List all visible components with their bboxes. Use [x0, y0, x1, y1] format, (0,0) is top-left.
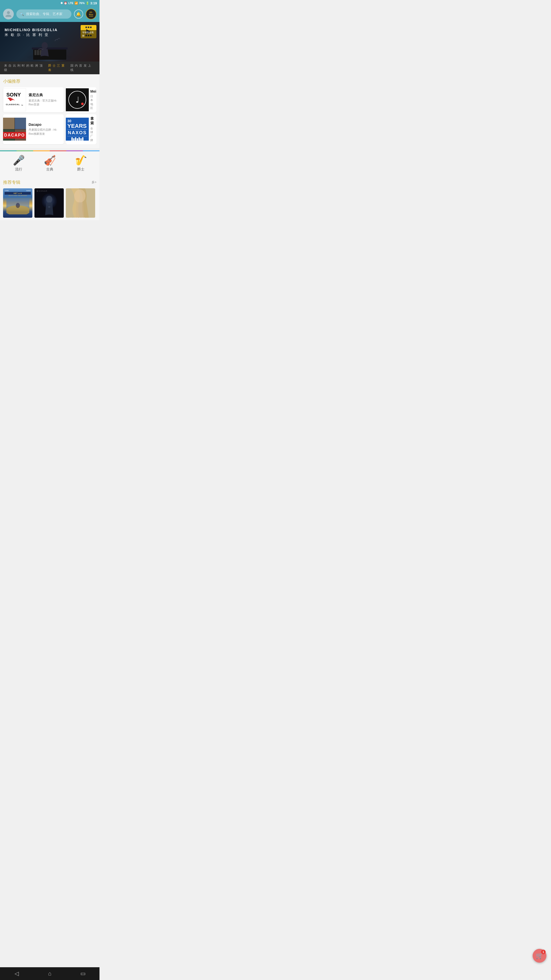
- naxos-logo: 30 YEARS NAXOS: [66, 118, 89, 141]
- sonar-label: 最SONAR: [37, 190, 48, 192]
- clock-icon: ⏰: [64, 2, 67, 5]
- naxos-card-info: 拿索 全球厂牌: [89, 115, 97, 145]
- living-stereo-label-left: LIVING: [5, 190, 9, 191]
- bell-button[interactable]: 🔔: [74, 10, 83, 19]
- album-female[interactable]: [66, 188, 95, 218]
- color-segment-5: [66, 150, 83, 151]
- recommended-albums-section: 推荐专辑 多> LIVING SteREO VET a A DEATH AND …: [0, 176, 100, 220]
- album-art-svg: [6, 199, 29, 215]
- popular-label: 流行: [15, 167, 22, 172]
- classical-label: 古典: [46, 167, 53, 172]
- living-stereo-label-right: SteREO: [26, 190, 31, 191]
- sony-card[interactable]: SONY CLASSICAL ™ 索尼古典 索尼古典 - 官方正版Hi-Res音…: [3, 87, 64, 112]
- battery-level: 76%: [79, 2, 85, 5]
- meister-card-desc: 日本地区: [90, 94, 95, 110]
- female-cover: [66, 188, 95, 218]
- meister-circle: ♩: [68, 91, 86, 109]
- meister-dot: [81, 103, 84, 105]
- albums-header: 推荐专辑 多>: [3, 180, 97, 185]
- film-hole: [86, 27, 87, 28]
- avatar[interactable]: [3, 9, 14, 19]
- bell-icon: 🔔: [76, 12, 81, 17]
- editors-choice-section: 小编推荐 SONY CLASSICAL ™ 索尼古典 索尼古典 - 官方正版Hi…: [0, 74, 100, 148]
- living-stereo-brand: VET a A: [5, 192, 31, 195]
- svg-text:SONY: SONY: [6, 92, 21, 97]
- naxos-pillars: [71, 137, 83, 141]
- banner-video-button[interactable]: 专辑附送视频: [81, 25, 97, 38]
- meister-card-partial[interactable]: ♩ MEISTER MUSIC Mei 日本地区: [66, 87, 97, 112]
- album-sonar[interactable]: 最SONAR: [35, 188, 64, 218]
- svg-point-7: [41, 42, 48, 49]
- user-icon: [5, 11, 12, 18]
- battery-icon: 🔋: [86, 2, 89, 5]
- dacapo-text: DACAPO: [3, 132, 26, 138]
- svg-rect-4: [37, 50, 39, 55]
- album-thumb-2: 最SONAR: [35, 188, 64, 218]
- color-segment-1: [0, 150, 17, 151]
- genre-classical[interactable]: 🎻 古典: [44, 156, 56, 172]
- sonar-cover: 最SONAR: [35, 188, 64, 218]
- color-segment-4: [50, 150, 66, 151]
- naxos-card[interactable]: 30 YEARS NAXOS 拿索: [66, 115, 97, 145]
- svg-text:CLASSICAL: CLASSICAL: [6, 103, 20, 106]
- sony-logo: SONY CLASSICAL ™: [3, 88, 26, 111]
- album-thumb-1: LIVING SteREO VET a A DEATH AND THE MAID…: [3, 188, 32, 218]
- dacapo-card[interactable]: DACAPO Dacapo 丹麦国立唱片品牌 - Hi-Res独家首发: [3, 115, 64, 145]
- banner-subtitle: 来 自 比 利 时 的 欧 洲 顶 级 爵 士 三 重 奏 国 内 首 发 上 …: [0, 62, 100, 74]
- sony-card-desc: 索尼古典 - 官方正版Hi-Res音源: [29, 99, 61, 107]
- svg-point-13: [16, 203, 20, 208]
- meister-card[interactable]: ♩ MEISTER MUSIC Mei 日本地区: [66, 87, 97, 112]
- film-hole: [90, 27, 92, 28]
- search-bar[interactable]: 🔍 搜索歌曲、专辑、艺术家: [16, 10, 71, 19]
- meister-logo: ♩ MEISTER MUSIC: [66, 88, 89, 111]
- female-figure-svg: [66, 188, 95, 218]
- genre-popular[interactable]: 🎤 流行: [13, 156, 25, 172]
- svg-point-14: [46, 196, 52, 203]
- genre-row: 🎤 流行 🎻 古典 🎷 爵士: [3, 156, 97, 172]
- microphone-icon: 🎤: [13, 156, 25, 165]
- status-bar: ✱ ⏰ LTE 📶 76% 🔋 3:19: [0, 0, 100, 6]
- status-icons: ✱ ⏰ LTE 📶 76% 🔋 3:19: [60, 1, 97, 5]
- meister-card-name: Mei: [90, 89, 95, 94]
- dacapo-card-info: Dacapo 丹麦国立唱片品牌 - Hi-Res独家首发: [26, 121, 64, 138]
- hires-badge[interactable]: Hi- Res AUDIO: [86, 9, 97, 19]
- genre-section: 🎤 流行 🎻 古典 🎷 爵士: [0, 151, 100, 176]
- dacapo-card-desc: 丹麦国立唱片品牌 - Hi-Res独家首发: [29, 128, 61, 136]
- bluetooth-icon: ✱: [60, 2, 63, 5]
- albums-more-link[interactable]: 多>: [92, 180, 97, 185]
- banner[interactable]: MICHELINO BISCEGLIA 米 歇 尔 · 比 塞 利 亚 专辑附送…: [0, 22, 100, 62]
- naxos-card-desc: 全球厂牌: [90, 127, 95, 142]
- color-segment-2: [17, 150, 33, 151]
- svg-rect-1: [32, 48, 68, 49]
- cards-row-2: DACAPO Dacapo 丹麦国立唱片品牌 - Hi-Res独家首发 30 Y…: [3, 115, 97, 145]
- saxophone-icon: 🎷: [75, 156, 87, 165]
- naxos-card-partial[interactable]: 30 YEARS NAXOS 拿索: [66, 115, 97, 145]
- genre-jazz[interactable]: 🎷 爵士: [75, 156, 87, 172]
- hires-audio-text: AUDIO: [89, 16, 93, 17]
- editors-choice-title: 小编推荐: [3, 78, 97, 84]
- naxos-brand-text: NAXOS: [67, 129, 87, 136]
- search-icon: 🔍: [20, 12, 24, 16]
- subtitle-prefix: 来 自 比 利 时 的 欧 洲 顶 级: [4, 64, 47, 72]
- album-living-stereo[interactable]: LIVING SteREO VET a A DEATH AND THE MAID…: [3, 188, 32, 218]
- signal-icon: 📶: [75, 2, 78, 5]
- subtitle-suffix: 国 内 首 发 上 线: [70, 64, 95, 72]
- albums-grid: LIVING SteREO VET a A DEATH AND THE MAID…: [3, 188, 97, 218]
- sony-card-info: 索尼古典 索尼古典 - 官方正版Hi-Res音源: [26, 91, 64, 109]
- album-thumb-3: [66, 188, 95, 218]
- living-stereo-header: LIVING SteREO: [5, 190, 31, 191]
- sony-card-name: 索尼古典: [29, 93, 61, 97]
- lte-label: LTE: [68, 2, 73, 5]
- naxos-years: 30 YEARS: [67, 118, 87, 129]
- pianist-illustration: [24, 33, 75, 62]
- subtitle-highlight: 爵 士 三 重 奏: [48, 64, 69, 72]
- naxos-card-name: 拿索: [90, 116, 95, 126]
- film-hole: [88, 27, 89, 28]
- time-display: 3:19: [90, 1, 97, 5]
- jazz-label: 爵士: [77, 167, 84, 172]
- meister-card-info: Mei 日本地区: [89, 87, 97, 112]
- color-segment-3: [33, 150, 50, 151]
- dacapo-card-name: Dacapo: [29, 123, 61, 127]
- cards-row-1: SONY CLASSICAL ™ 索尼古典 索尼古典 - 官方正版Hi-Res音…: [3, 87, 97, 112]
- violin-icon: 🎻: [44, 156, 56, 165]
